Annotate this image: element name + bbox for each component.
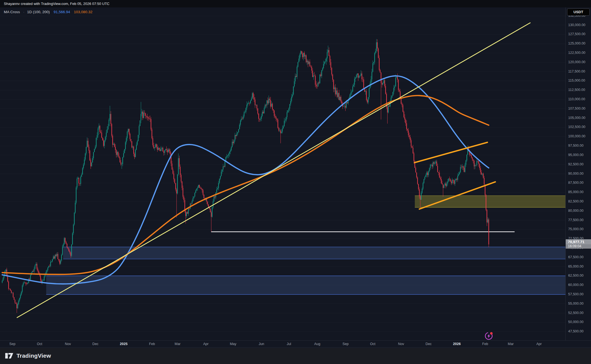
price-tick: 65,000.00 (568, 265, 584, 268)
tradingview-chart-page: Shayannv created with TradingView.com, F… (0, 0, 591, 364)
footer-bar: TradingView (0, 348, 591, 364)
price-tick: 105,000.00 (568, 116, 586, 120)
price-tick: 85,000.00 (568, 190, 584, 194)
price-tick: 55,000.00 (568, 302, 584, 305)
price-tick: 120,000.00 (568, 60, 586, 64)
month-tick: 2026 (453, 342, 461, 346)
indicator-params: 1D (100, 200) (27, 10, 50, 14)
price-tick: 60,000.00 (568, 283, 584, 287)
month-tick: Dec (426, 342, 432, 346)
ma-fast-value: 91,566.94 (54, 10, 70, 14)
price-tick: 125,000.00 (568, 41, 586, 45)
month-tick: Apr (536, 342, 542, 346)
month-tick: Oct (37, 342, 42, 346)
month-tick: Feb (482, 342, 488, 346)
price-tick: 77,500.00 (568, 218, 584, 222)
price-tick: 117,500.00 (568, 70, 585, 73)
tradingview-logo-icon (5, 352, 15, 360)
price-tick: 122,500.00 (568, 51, 586, 55)
last-price-label: 70,977.71 16:09:04 (566, 239, 591, 249)
month-tick: May (230, 342, 236, 346)
last-price-value: 70,977.71 (566, 239, 591, 244)
price-tick: 57,500.00 (568, 292, 584, 296)
price-tick: 102,500.00 (568, 125, 586, 129)
tradingview-logo-text: TradingView (16, 352, 51, 359)
month-tick: Aug (314, 342, 320, 346)
price-tick: 110,000.00 (568, 97, 585, 101)
price-tick: 115,000.00 (568, 79, 585, 82)
month-tick: Nov (398, 342, 404, 346)
price-tick: 95,000.00 (568, 153, 584, 157)
price-chart-canvas[interactable] (0, 0, 565, 340)
price-tick: 100,000.00 (568, 134, 586, 138)
price-tick: 87,500.00 (568, 181, 584, 185)
price-axis[interactable]: USDT 132,500.00130,000.00127,500.00125,0… (565, 7, 591, 340)
month-tick: Jul (287, 342, 291, 346)
month-tick: Mar (508, 342, 514, 346)
price-tick: 127,500.00 (568, 32, 586, 36)
indicator-title[interactable]: MA Cross (4, 10, 20, 14)
month-tick: Sep (9, 342, 15, 346)
price-tick: 50,000.00 (568, 320, 584, 324)
month-tick: Dec (92, 342, 98, 346)
price-tick: 130,000.00 (568, 23, 586, 27)
month-tick: Feb (149, 342, 155, 346)
price-tick: 92,500.00 (568, 162, 584, 166)
price-tick: 107,500.00 (568, 107, 586, 110)
price-tick: 80,000.00 (568, 209, 584, 213)
attribution-bar: Shayannv created with TradingView.com, F… (0, 0, 591, 7)
month-tick: Oct (370, 342, 375, 346)
bar-countdown: 16:09:04 (566, 244, 591, 249)
month-tick: Mar (175, 342, 181, 346)
ma-slow-value: 103,080.32 (74, 10, 93, 14)
currency-toggle-button[interactable]: USDT (567, 9, 590, 16)
price-tick: 47,500.00 (568, 329, 584, 333)
price-tick: 97,500.00 (568, 144, 584, 148)
price-tick: 75,000.00 (568, 227, 584, 231)
month-tick: Apr (203, 342, 208, 346)
price-tick: 90,000.00 (568, 172, 584, 176)
month-tick: Nov (65, 342, 71, 346)
time-axis[interactable]: SepOctNovDec2025FebMarAprMayJunJulAugSep… (0, 340, 591, 348)
price-tick: 112,500.00 (568, 88, 585, 92)
price-tick: 52,500.00 (568, 311, 584, 315)
price-tick: 62,500.00 (568, 274, 584, 277)
month-tick: 2025 (120, 342, 128, 346)
tradingview-logo[interactable]: TradingView (5, 352, 51, 360)
indicator-legend[interactable]: MA Cross · 1D (100, 200) 91,566.94 103,0… (4, 10, 92, 14)
legend-separator: · (23, 10, 24, 14)
price-tick: 82,500.00 (568, 199, 584, 203)
month-tick: Jun (259, 342, 264, 346)
attribution-text: Shayannv created with TradingView.com, F… (4, 2, 109, 6)
month-tick: Sep (343, 342, 349, 346)
price-tick: 67,500.00 (568, 255, 584, 259)
